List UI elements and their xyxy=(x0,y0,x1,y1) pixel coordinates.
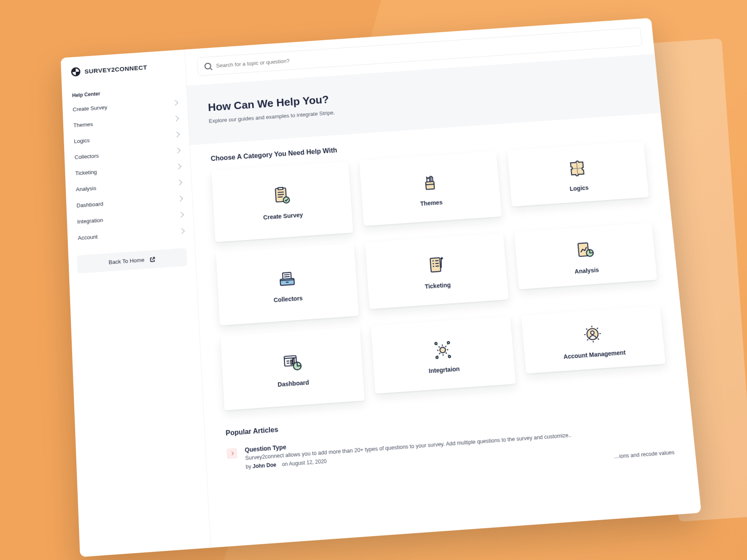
svg-point-18 xyxy=(591,331,595,335)
category-label: Account Management xyxy=(563,349,626,360)
category-label: Create Survey xyxy=(263,211,303,221)
chevron-right-icon xyxy=(230,451,234,455)
sidebar-item-label: Account xyxy=(78,233,98,241)
category-label: Integrtaion xyxy=(429,365,460,374)
puzzle-icon xyxy=(565,157,589,180)
svg-rect-5 xyxy=(430,258,441,272)
svg-rect-4 xyxy=(282,272,291,279)
category-label: Collectors xyxy=(273,295,303,304)
svg-point-14 xyxy=(447,342,449,344)
svg-point-15 xyxy=(436,356,438,358)
category-label: Logics xyxy=(570,184,589,192)
sidebar-item-label: Themes xyxy=(73,121,93,129)
category-card-account-management[interactable]: Account Management xyxy=(521,306,666,374)
svg-point-12 xyxy=(440,347,446,353)
clipboard-check-icon xyxy=(270,185,294,207)
category-label: Analysis xyxy=(574,266,599,275)
sidebar-item-label: Create Survey xyxy=(73,104,107,113)
chart-page-icon xyxy=(573,239,597,262)
svg-rect-2 xyxy=(426,182,435,190)
chevron-right-icon xyxy=(176,179,182,185)
chevron-right-icon xyxy=(174,147,180,153)
category-label: Themes xyxy=(420,199,443,207)
chevron-right-icon xyxy=(178,212,184,218)
category-card-themes[interactable]: Themes xyxy=(359,151,502,226)
back-to-home-label: Back To Home xyxy=(109,257,145,266)
category-card-logics[interactable]: Logics xyxy=(507,141,649,207)
article-bullet-icon xyxy=(227,448,238,459)
svg-point-16 xyxy=(448,356,450,358)
chevron-right-icon xyxy=(179,228,185,234)
category-card-collectors[interactable]: Collectors xyxy=(216,244,359,326)
user-gear-icon xyxy=(581,322,605,346)
category-label: Ticketing xyxy=(424,281,451,290)
sidebar-item-label: Integration xyxy=(77,217,104,225)
chevron-right-icon xyxy=(177,196,183,202)
chevron-right-icon xyxy=(175,163,181,169)
category-label: Dashboard xyxy=(278,379,309,388)
chevron-right-icon xyxy=(172,100,178,106)
brand-name: SURVEY2CONNECT xyxy=(84,64,147,75)
main-content: How Can We Help You? Explore our guides … xyxy=(185,18,702,548)
category-card-integration[interactable]: Integrtaion xyxy=(371,316,516,394)
brand-logo-icon xyxy=(71,67,80,76)
app-window: SURVEY2CONNECT Help Center Create Survey… xyxy=(61,18,702,557)
sidebar-item-label: Dashboard xyxy=(76,201,104,209)
sidebar-item-label: Ticketing xyxy=(75,169,97,176)
external-link-icon xyxy=(149,256,156,263)
category-card-analysis[interactable]: Analysis xyxy=(514,223,657,289)
chevron-right-icon xyxy=(174,132,180,137)
sidebar-item-label: Analysis xyxy=(76,185,96,193)
chevron-right-icon xyxy=(173,115,179,121)
svg-rect-9 xyxy=(290,360,292,364)
ticket-list-icon xyxy=(424,254,448,277)
sidebar-item-label: Logics xyxy=(74,137,90,144)
sidebar: SURVEY2CONNECT Help Center Create Survey… xyxy=(61,50,211,557)
pencil-cup-icon xyxy=(418,172,441,195)
category-card-create-survey[interactable]: Create Survey xyxy=(211,161,353,242)
drawer-icon xyxy=(275,267,298,291)
categories-grid: Create Survey Themes Logics xyxy=(191,137,688,416)
category-card-ticketing[interactable]: Ticketing xyxy=(365,233,508,309)
category-card-dashboard[interactable]: Dashboard xyxy=(220,327,365,410)
search-icon xyxy=(204,63,211,70)
svg-point-13 xyxy=(435,342,437,344)
dashboard-pie-icon xyxy=(280,351,304,375)
sidebar-item-label: Collectors xyxy=(74,153,99,160)
back-to-home-button[interactable]: Back To Home xyxy=(77,248,187,273)
gears-sync-icon xyxy=(431,337,455,361)
svg-point-1 xyxy=(283,197,289,203)
